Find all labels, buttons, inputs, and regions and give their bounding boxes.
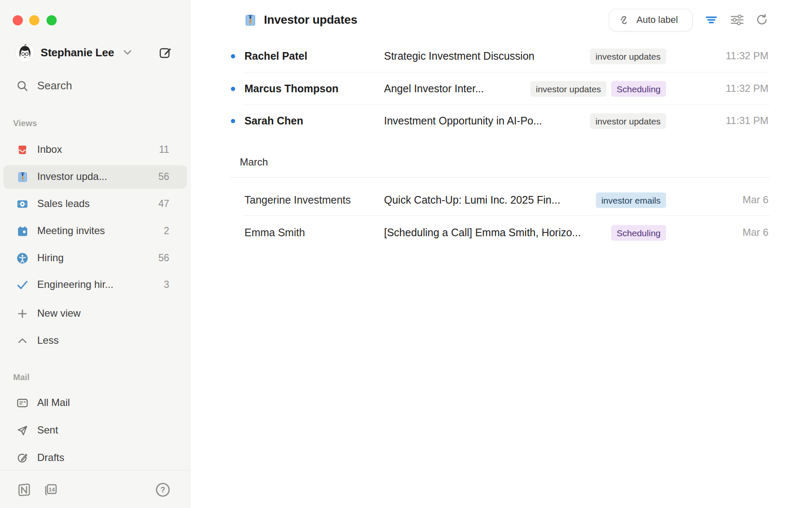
new-view-button[interactable]: New view (3, 302, 187, 326)
unread-count: 11 (159, 144, 169, 155)
accessibility-icon (15, 251, 30, 265)
pencil-circle-icon (15, 451, 30, 465)
unread-dot (231, 54, 235, 58)
sidebar-item-investor-updates[interactable]: Investor upda... 56 (3, 165, 187, 189)
sidebar-item-label: Hiring (37, 252, 64, 264)
label-chip[interactable]: investor updates (590, 49, 666, 64)
unread-count: 3 (164, 279, 169, 290)
label-chip[interactable]: investor updates (530, 81, 606, 97)
sidebar-item-label: Sent (37, 424, 58, 436)
mail-app-window: Stephanie Lee Search Views (0, 0, 812, 508)
date-group-divider (230, 177, 770, 178)
label-chip[interactable]: Scheduling (611, 225, 666, 241)
window-zoom-button[interactable] (47, 15, 57, 25)
label-chips: investor emails (596, 193, 666, 208)
collapse-less-button[interactable]: Less (3, 329, 187, 353)
row-separator (243, 72, 770, 72)
view-header: Investor updates Auto label (190, 0, 812, 41)
label-chips: Scheduling (611, 225, 666, 241)
sidebar-item-sent[interactable]: Sent (3, 419, 187, 442)
notion-app-icon[interactable] (16, 482, 32, 498)
profile-name: Stephanie Lee (41, 46, 114, 59)
checkmark-icon (15, 278, 30, 292)
display-settings-icon[interactable] (729, 11, 746, 28)
auto-label-button[interactable]: Auto label (609, 9, 693, 31)
email-subject: Investment Opportunity in AI-Po... (384, 115, 542, 127)
compose-icon[interactable] (158, 46, 173, 61)
sidebar-item-label: Engineering hir... (37, 279, 113, 290)
page-title: Investor updates (264, 13, 357, 27)
sidebar-item-hiring[interactable]: Hiring 56 (3, 246, 187, 270)
sidebar-item-drafts[interactable]: Drafts (3, 446, 187, 470)
paper-plane-icon (15, 423, 30, 438)
email-time: 11:32 PM (726, 83, 768, 94)
sidebar-item-label: Inbox (37, 144, 62, 155)
unread-count: 47 (158, 198, 169, 210)
unread-dot (231, 119, 235, 123)
unread-count: 56 (158, 252, 169, 264)
label-chip[interactable]: investor updates (590, 113, 666, 129)
email-sender: Tangerine Investments (244, 194, 351, 206)
calendar-icon (15, 224, 30, 238)
sidebar-item-label: Investor upda... (37, 171, 107, 182)
search-icon (16, 80, 29, 92)
window-minimize-button[interactable] (29, 15, 39, 25)
mail-icon (15, 396, 30, 410)
email-time: 11:31 PM (726, 115, 768, 127)
plus-icon (15, 306, 30, 321)
necktie-icon (15, 170, 30, 184)
search-placeholder: Search (37, 79, 72, 92)
sidebar-item-engineering-hiring[interactable]: Engineering hir... 3 (3, 273, 187, 297)
email-row[interactable]: Emma Smith [Scheduling a Call] Emma Smit… (190, 217, 812, 249)
row-separator (243, 215, 770, 216)
email-time: Mar 6 (743, 194, 768, 206)
calendar-app-icon[interactable]: 14 (43, 482, 59, 498)
chevron-down-icon (123, 50, 132, 55)
email-row[interactable]: Sarah Chen Investment Opportunity in AI-… (190, 105, 812, 137)
email-subject: [Scheduling a Call] Emma Smith, Horizo..… (384, 226, 581, 239)
sidebar-footer-divider (0, 470, 190, 470)
sidebar-item-label: Meeting invites (37, 225, 105, 237)
sidebar-item-label: New view (37, 307, 81, 319)
views-section-label: Views (13, 119, 37, 128)
sidebar-item-label: Drafts (37, 452, 64, 464)
date-group-header: March (240, 156, 268, 168)
refresh-icon[interactable] (754, 11, 771, 28)
label-chip[interactable]: Scheduling (611, 81, 666, 97)
label-chips: investor updates (590, 113, 666, 129)
svg-text:?: ? (160, 486, 165, 494)
inbox-tray-icon (15, 143, 30, 157)
sidebar-item-sales-leads[interactable]: Sales leads 47 (3, 192, 187, 216)
email-sender: Sarah Chen (244, 115, 303, 127)
email-row[interactable]: Rachel Patel Strategic Investment Discus… (190, 40, 812, 72)
email-time: Mar 6 (743, 226, 768, 238)
help-icon[interactable]: ? (155, 482, 171, 498)
account-switcher[interactable]: Stephanie Lee (0, 43, 190, 63)
unread-count: 56 (158, 171, 169, 182)
email-time: 11:32 PM (726, 50, 768, 62)
necktie-icon (244, 14, 257, 27)
email-list-pane: Investor updates Auto label (190, 0, 812, 508)
filter-icon[interactable] (703, 11, 720, 28)
label-chips: investor updates Scheduling (530, 81, 666, 97)
sidebar-item-inbox[interactable]: Inbox 11 (3, 138, 187, 162)
avatar (15, 43, 35, 63)
label-chips: investor updates (590, 49, 666, 64)
window-close-button[interactable] (13, 15, 23, 25)
auto-label-button-label: Auto label (636, 14, 678, 25)
sidebar-item-label: All Mail (37, 397, 70, 409)
email-subject: Quick Catch-Up: Lumi Inc. 2025 Fin... (384, 194, 560, 206)
money-icon (15, 197, 30, 211)
email-row[interactable]: Marcus Thompson Angel Investor Inter... … (190, 73, 812, 105)
sidebar-item-meeting-invites[interactable]: Meeting invites 2 (3, 219, 187, 243)
sidebar-item-label: Sales leads (37, 198, 90, 210)
svg-text:14: 14 (49, 486, 55, 493)
email-row[interactable]: Tangerine Investments Quick Catch-Up: Lu… (190, 184, 812, 216)
chevron-up-icon (15, 334, 30, 348)
search-input[interactable]: Search (0, 75, 190, 97)
sidebar-item-label: Less (37, 334, 59, 346)
email-subject: Angel Investor Inter... (384, 83, 484, 95)
email-sender: Emma Smith (244, 226, 305, 239)
label-chip[interactable]: investor emails (596, 193, 666, 208)
sidebar-item-all-mail[interactable]: All Mail (3, 391, 187, 415)
